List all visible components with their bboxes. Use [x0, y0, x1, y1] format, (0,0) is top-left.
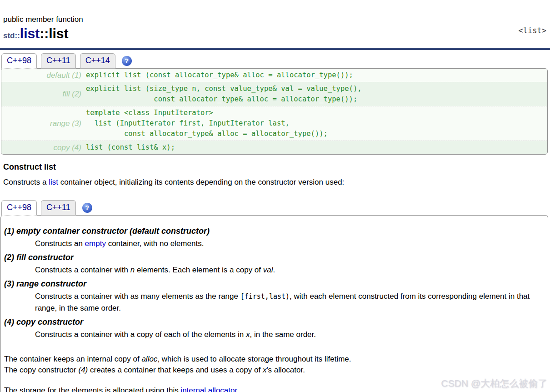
snippet-row-code: explicit list (const allocator_type& all…: [86, 69, 547, 82]
namespace-prefix: std::: [3, 31, 20, 40]
snippet-row-label: copy (4): [1, 141, 86, 154]
ctor-1-title: (1) empty container constructor (default…: [4, 226, 544, 236]
ctor-3-title: (3) range constructor: [4, 279, 544, 289]
note-text: creates a container that keeps and uses …: [88, 366, 263, 374]
desc-text: Constructs a container with as many elem…: [35, 292, 240, 301]
snippet-row-range: range (3) template <class InputIterator>…: [1, 106, 547, 141]
standard-version-tabs-top: C++98 C++11 C++14 ?: [1, 53, 550, 68]
param-alloc: alloc: [141, 355, 157, 363]
csdn-watermark: CSDN @大柏怎么被偷了: [441, 377, 547, 390]
tab-cpp98-top[interactable]: C++98: [1, 53, 37, 69]
page-title: std::list::list: [3, 25, 550, 44]
declaration-snippet: default (1) explicit list (const allocat…: [1, 68, 548, 155]
ref-ctor-4: (4): [78, 366, 88, 374]
section-heading: Construct list: [3, 162, 550, 172]
header-include-ref: <list>: [519, 26, 546, 35]
note-text: The container keeps an internal copy of: [4, 355, 141, 363]
snippet-row-copy: copy (4) list (const list& x);: [1, 141, 547, 154]
note-text: .: [237, 386, 239, 392]
snippet-row-label: default (1): [1, 69, 86, 82]
tab-cpp98-bottom[interactable]: C++98: [1, 200, 37, 216]
note-text: The storage for the elements is allocate…: [4, 386, 180, 392]
range-notation: [first,last): [240, 292, 290, 301]
member-name: ::list: [40, 26, 68, 41]
ctor-2-title: (2) fill constructor: [4, 253, 544, 262]
snippet-row-label: fill (2): [1, 82, 86, 106]
intro-paragraph: Constructs a list container object, init…: [3, 178, 550, 187]
empty-link[interactable]: empty: [85, 239, 106, 248]
desc-text: container, with no elements.: [106, 239, 204, 248]
list-link[interactable]: list: [49, 178, 58, 186]
desc-text: , in the same order.: [250, 330, 316, 339]
ctor-2-description: Constructs a container with n elements. …: [35, 264, 544, 276]
standard-version-tabs-bottom: C++98 C++11 ?: [1, 200, 550, 215]
tab-cpp11-top[interactable]: C++11: [41, 53, 76, 69]
help-icon[interactable]: ?: [82, 203, 92, 213]
snippet-row-code: explicit list (size_type n, const value_…: [86, 82, 547, 106]
note-text: 's allocator.: [266, 366, 305, 374]
internal-allocator-link[interactable]: internal allocator: [180, 386, 237, 392]
desc-text: .: [273, 266, 275, 274]
help-icon[interactable]: ?: [122, 56, 132, 66]
desc-text: elements. Each element is a copy of: [135, 266, 263, 274]
desc-text: Constructs a container with: [35, 266, 130, 274]
desc-text: Constructs a container with a copy of ea…: [35, 330, 246, 339]
tab-cpp14-top[interactable]: C++14: [80, 53, 115, 69]
param-n: n: [130, 266, 135, 274]
snippet-row-code: template <class InputIterator> list (Inp…: [86, 106, 547, 141]
note-line-2: The copy constructor (4) creates a conta…: [4, 365, 544, 376]
desc-text: Constructs an: [35, 239, 85, 248]
title-divider-bar: [0, 48, 550, 50]
note-text: The copy constructor: [4, 366, 78, 374]
page-category: public member function: [3, 15, 550, 24]
ctor-3-description: Constructs a container with as many elem…: [35, 291, 544, 314]
ctor-4-title: (4) copy constructor: [4, 317, 544, 327]
ctor-1-description: Constructs an empty container, with no e…: [35, 238, 544, 249]
description-box: (1) empty container constructor (default…: [0, 215, 548, 392]
param-val: val: [263, 266, 273, 274]
snippet-row-fill: fill (2) explicit list (size_type n, con…: [1, 82, 547, 106]
ctor-4-description: Constructs a container with a copy of ea…: [35, 329, 544, 340]
tab-cpp11-bottom[interactable]: C++11: [41, 200, 76, 216]
snippet-row-default: default (1) explicit list (const allocat…: [1, 69, 547, 82]
intro-text-pre: Constructs a: [3, 178, 49, 186]
note-text: , which is used to allocate storage thro…: [157, 355, 351, 363]
intro-text-post: container object, initializing its conte…: [58, 178, 344, 186]
snippet-row-code: list (const list& x);: [86, 141, 547, 154]
note-line-1: The container keeps an internal copy of …: [4, 354, 544, 365]
snippet-row-label: range (3): [1, 106, 86, 141]
class-link[interactable]: list: [20, 26, 40, 41]
